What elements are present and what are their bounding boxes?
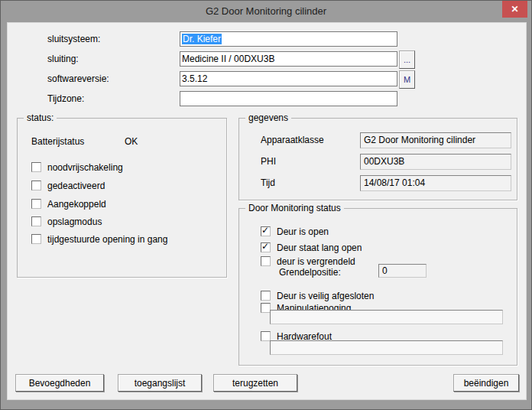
checkbox-label: Aangekoppeld [47, 199, 106, 210]
checkbox-row-tijdgestuurde-opening[interactable]: tijdgestuurde opening in gang [31, 233, 167, 245]
checkbox[interactable] [31, 216, 41, 226]
title-bar: G2 Door Monitoring cilinder ✕ [1, 1, 531, 22]
checkbox-label: gedeactiveerd [47, 181, 105, 191]
dialog-body: sluitsysteem: Dr. Kiefer sluiting: ... s… [7, 22, 527, 400]
status-group: status: Batterijstatus OK noodvrijschake… [17, 118, 227, 278]
door-monitoring-group-title: Door Monitoring status [245, 203, 344, 213]
checkbox[interactable] [31, 162, 41, 172]
checkbox[interactable] [261, 226, 271, 236]
checkbox[interactable] [31, 199, 41, 209]
checkbox[interactable] [31, 234, 41, 244]
sluitsysteem-label: sluitsysteem: [47, 34, 100, 44]
checkbox[interactable] [261, 256, 271, 266]
checkbox[interactable] [261, 291, 271, 301]
checkbox-row-deur-veilig-afgesloten[interactable]: Deur is veilig afgesloten [261, 290, 374, 301]
checkbox-row-gedeactiveerd[interactable]: gedeactiveerd [31, 180, 105, 191]
checkbox-label: Deur staat lang open [277, 242, 362, 253]
softwareversie-label: softwareversie: [47, 73, 109, 84]
sluiting-label: sluiting: [47, 54, 79, 64]
tijdzone-field[interactable] [180, 91, 397, 106]
checkbox-label: noodvrijschakeling [47, 162, 123, 173]
checkbox-label: Deur is veilig afgesloten [277, 291, 374, 301]
close-button[interactable]: ✕ [502, 1, 527, 18]
tijdzone-label: Tijdzone: [47, 93, 84, 104]
browse-button[interactable]: ... [399, 50, 415, 69]
toegangslijst-button[interactable]: toegangslijst [118, 374, 202, 392]
dialog-window: G2 Door Monitoring cilinder ✕ sluitsyste… [0, 0, 532, 410]
checkbox-label: deur is vergrendeld [277, 256, 355, 267]
terugzetten-button[interactable]: terugzetten [213, 374, 297, 392]
hardwarefout-value [270, 340, 503, 355]
gegevens-group-title: gegevens [245, 112, 291, 123]
window-title: G2 Door Monitoring cilinder [1, 1, 531, 21]
phi-value: 00DXU3B [360, 154, 511, 170]
checkbox-row-deur-is-open[interactable]: Deur is open [261, 226, 329, 237]
checkbox-row-aangekoppeld[interactable]: Aangekoppeld [31, 198, 106, 210]
tijd-value: 14/08/17 01:04 [360, 175, 511, 191]
selected-text: Dr. Kiefer [182, 34, 222, 44]
status-group-title: status: [24, 112, 57, 123]
softwareversie-field[interactable] [180, 71, 397, 86]
grendelpositie-value: 0 [378, 264, 427, 278]
apparaatklasse-value: G2 Door Monitoring cilinder [360, 132, 511, 148]
grendelpositie-label: Grendelpositie: [279, 267, 341, 278]
checkbox-row-noodvrijschakeling[interactable]: noodvrijschakeling [31, 161, 123, 173]
batterijstatus-label: Batterijstatus [31, 136, 84, 147]
batterijstatus-value: OK [125, 136, 138, 147]
sluiting-field[interactable] [180, 51, 397, 67]
phi-label: PHI [261, 156, 276, 167]
checkbox[interactable] [261, 242, 271, 252]
sluitsysteem-field[interactable]: Dr. Kiefer [180, 31, 397, 47]
checkbox-row-deur-staat-lang-open[interactable]: Deur staat lang open [261, 242, 362, 253]
checkbox-row-deur-is-vergrendeld[interactable]: deur is vergrendeld [261, 255, 355, 267]
bevoegdheden-button[interactable]: Bevoegdheden [15, 374, 104, 392]
m-button[interactable]: M [399, 70, 415, 89]
checkbox-label: tijdgestuurde opening in gang [47, 234, 167, 245]
door-monitoring-group: Door Monitoring status Deur is open Deur… [238, 208, 517, 366]
checkbox[interactable] [31, 181, 41, 190]
gegevens-group: gegevens Apparaatklasse G2 Door Monitori… [238, 118, 517, 200]
manipulatiepoging-value [270, 310, 503, 324]
checkbox-label: opslagmodus [47, 216, 102, 227]
checkbox-row-opslagmodus[interactable]: opslagmodus [31, 216, 102, 227]
checkbox-label: Deur is open [277, 226, 329, 237]
tijd-label: Tijd [261, 177, 275, 188]
beeindigen-button[interactable]: beëindigen [453, 374, 519, 392]
apparaatklasse-label: Apparaatklasse [261, 135, 324, 145]
